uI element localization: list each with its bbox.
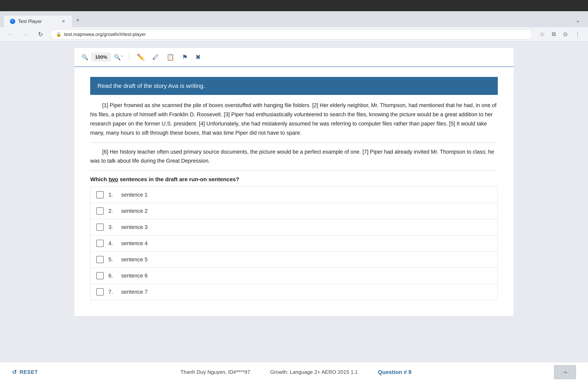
- answer-item-6[interactable]: 6. sentence 6: [90, 268, 498, 284]
- reset-icon: ↺: [12, 369, 17, 375]
- next-arrow-icon: →: [562, 369, 568, 375]
- answer-label-1: sentence 1: [121, 192, 147, 198]
- bookmark-button[interactable]: ☆: [538, 29, 546, 39]
- checkbox-7[interactable]: [96, 288, 104, 295]
- checkbox-5[interactable]: [96, 256, 104, 263]
- passage-paragraph-2: [6] Her history teacher often used prima…: [90, 148, 498, 166]
- question-text: Which two sentences in the draft are run…: [90, 176, 498, 183]
- answer-item-7[interactable]: 7. sentence 7: [90, 284, 498, 300]
- student-name: Thanh Duy Nguyen, ID#****97: [180, 369, 250, 375]
- answer-item-5[interactable]: 5. sentence 5: [90, 251, 498, 268]
- browser-addressbar: ← → ↻ 🔒 test.mapnwea.org/growth/#/test-p…: [0, 27, 588, 41]
- question-underline: two: [109, 176, 118, 182]
- answer-label-5: sentence 5: [121, 257, 147, 263]
- highlight-tool-button[interactable]: 🖊: [150, 52, 162, 63]
- answer-num-2: 2.: [108, 208, 116, 214]
- answer-num-3: 3.: [108, 224, 116, 230]
- answer-item-2[interactable]: 2. sentence 2: [90, 203, 498, 219]
- checkbox-1[interactable]: [96, 191, 104, 198]
- browser-tabbar: T Test Player ✕ + ⌄: [0, 11, 588, 27]
- answer-label-2: sentence 2: [121, 208, 147, 214]
- answer-label-6: sentence 6: [121, 273, 147, 279]
- browser-topbar: [0, 0, 588, 11]
- back-button[interactable]: ←: [6, 29, 15, 39]
- lock-icon: 🔒: [56, 32, 62, 37]
- extensions-button[interactable]: ⧉: [550, 29, 557, 39]
- answer-label-4: sentence 4: [121, 240, 147, 247]
- main-content: 🔍 100% 🔍+ ✏️ 🖊 📋 ⚑ ✖ Read the draft of t…: [0, 41, 588, 346]
- reset-button[interactable]: ↺ RESET: [12, 369, 38, 375]
- bottom-bar: ↺ RESET Thanh Duy Nguyen, ID#****97 Grow…: [0, 362, 588, 382]
- answer-item-3[interactable]: 3. sentence 3: [90, 219, 498, 235]
- answer-list: 1. sentence 1 2. sentence 2 3. sentence …: [90, 187, 498, 300]
- passage-header: Read the draft of the story Ava is writi…: [90, 77, 498, 95]
- zoom-in-button[interactable]: 🔍+: [113, 53, 124, 62]
- flag-tool-button[interactable]: ⚑: [179, 51, 190, 63]
- zoom-percent: 100%: [92, 53, 111, 61]
- answer-item-4[interactable]: 4. sentence 4: [90, 235, 498, 251]
- checkbox-4[interactable]: [96, 240, 104, 247]
- toolbar: 🔍 100% 🔍+ ✏️ 🖊 📋 ⚑ ✖: [74, 48, 514, 67]
- footer-center: Thanh Duy Nguyen, ID#****97 Growth: Lang…: [38, 369, 554, 375]
- test-name: Growth: Language 2+ AERO 2015 1.1: [270, 369, 358, 375]
- checkbox-2[interactable]: [96, 207, 104, 215]
- passage-header-text: Read the draft of the story Ava is writi…: [97, 82, 205, 89]
- tab-close-button[interactable]: ✕: [61, 18, 66, 25]
- answer-item-1[interactable]: 1. sentence 1: [90, 187, 498, 203]
- answer-num-1: 1.: [108, 192, 116, 198]
- address-bar[interactable]: 🔒 test.mapnwea.org/growth/#/test-player: [51, 29, 532, 39]
- forward-button[interactable]: →: [21, 29, 30, 39]
- pen-tool-button[interactable]: ✏️: [134, 51, 147, 63]
- zoom-out-button[interactable]: 🔍: [80, 53, 90, 62]
- toolbar-separator: [129, 53, 129, 61]
- answer-label-3: sentence 3: [121, 224, 147, 230]
- tab-menu-button[interactable]: ⌄: [571, 15, 584, 26]
- clear-tool-button[interactable]: ✖: [193, 51, 204, 63]
- tab-favicon: T: [10, 19, 15, 24]
- answer-label-7: sentence 7: [121, 289, 147, 295]
- answer-num-5: 5.: [108, 257, 116, 263]
- more-menu-button[interactable]: ⋮: [573, 29, 582, 39]
- account-button[interactable]: ⊙: [561, 29, 569, 39]
- next-button[interactable]: →: [554, 365, 576, 379]
- refresh-button[interactable]: ↻: [36, 29, 45, 39]
- note-tool-button[interactable]: 📋: [164, 51, 177, 63]
- passage-text: [1] Piper frowned as she scanned the pil…: [90, 101, 498, 166]
- answer-num-7: 7.: [108, 289, 116, 295]
- checkbox-3[interactable]: [96, 224, 104, 231]
- answer-num-4: 4.: [108, 240, 116, 247]
- browser-actions: ☆ ⧉ ⊙ ⋮: [538, 29, 582, 39]
- tab-title-text: Test Player: [18, 19, 58, 24]
- question-number: Question # 9: [378, 369, 411, 375]
- passage-divider: [90, 142, 498, 143]
- url-text: test.mapnwea.org/growth/#/test-player: [64, 32, 146, 37]
- content-wrapper: Read the draft of the story Ava is writi…: [74, 67, 514, 316]
- new-tab-button[interactable]: +: [72, 15, 84, 26]
- reset-label: RESET: [20, 369, 38, 375]
- passage-paragraph-1: [1] Piper frowned as she scanned the pil…: [90, 101, 498, 138]
- answer-num-6: 6.: [108, 273, 116, 279]
- active-tab[interactable]: T Test Player ✕: [4, 16, 72, 27]
- checkbox-6[interactable]: [96, 272, 104, 279]
